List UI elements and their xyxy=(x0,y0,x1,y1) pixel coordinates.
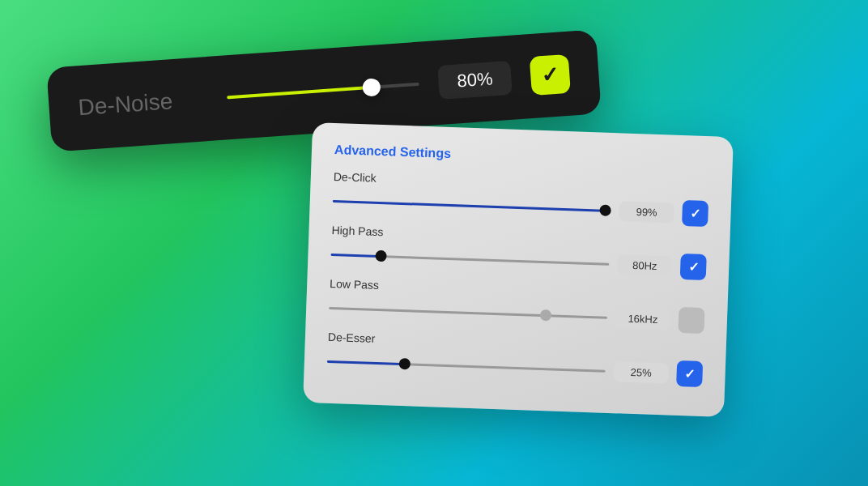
advanced-settings-title: Advanced Settings xyxy=(334,143,710,170)
lowpass-checkbox[interactable] xyxy=(678,307,704,334)
declick-checkbox[interactable] xyxy=(682,200,708,227)
declick-slider-container[interactable] xyxy=(332,191,611,220)
declick-thumb[interactable] xyxy=(599,204,611,215)
declick-value: 99% xyxy=(619,201,674,223)
deesser-value: 25% xyxy=(613,361,669,383)
deesser-checkbox[interactable] xyxy=(676,360,703,387)
denoise-slider-track xyxy=(227,83,419,100)
lowpass-value: 16kHz xyxy=(615,308,671,330)
lowpass-row: Low Pass 16kHz xyxy=(329,277,706,334)
denoise-slider-thumb[interactable] xyxy=(362,78,381,96)
highpass-checkbox[interactable] xyxy=(680,254,707,280)
denoise-checkbox[interactable] xyxy=(530,54,571,96)
advanced-settings-card: Advanced Settings De-Click 99% High Pass… xyxy=(303,122,734,417)
lowpass-thumb[interactable] xyxy=(540,309,551,321)
denoise-value-box: 80% xyxy=(437,61,513,100)
highpass-slider-container[interactable] xyxy=(330,245,610,274)
highpass-thumb[interactable] xyxy=(375,250,386,262)
declick-row: De-Click 99% xyxy=(332,170,709,227)
lowpass-slider-container[interactable] xyxy=(329,298,608,327)
denoise-slider-container[interactable] xyxy=(226,71,420,111)
deesser-thumb[interactable] xyxy=(399,358,411,369)
highpass-track xyxy=(330,253,609,265)
lowpass-track xyxy=(329,306,607,318)
highpass-row: High Pass 80Hz xyxy=(330,224,708,280)
deesser-row: De-Esser 25% xyxy=(326,330,704,387)
declick-track xyxy=(333,199,611,211)
highpass-value: 80Hz xyxy=(617,254,673,276)
deesser-slider-container[interactable] xyxy=(326,352,606,381)
deesser-track xyxy=(327,360,606,372)
denoise-label: De-Noise xyxy=(78,86,209,121)
